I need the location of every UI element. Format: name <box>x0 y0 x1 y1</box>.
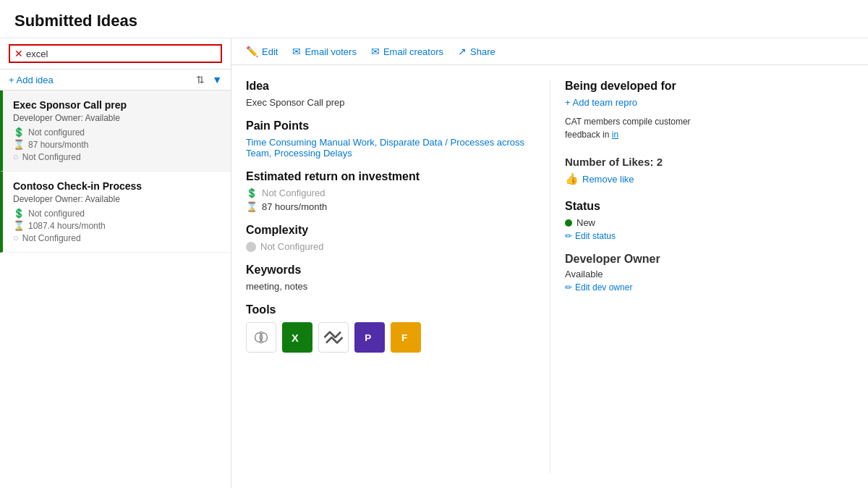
idea-value: Exec Sponsor Call prep <box>246 97 528 108</box>
meta-hours-text: 1087.4 hours/month <box>28 221 106 231</box>
idea-label: Idea <box>246 80 528 93</box>
dev-owner-value: Available <box>565 269 854 279</box>
dev-owner-section: Developer Owner Available ✏ Edit dev own… <box>565 253 854 293</box>
being-developed-section: Being developed for + Add team repro CAT… <box>565 80 854 141</box>
status-row: New <box>565 217 854 228</box>
edit-dev-pencil-icon: ✏ <box>565 282 572 293</box>
filter-icon[interactable]: ▼ <box>212 74 222 85</box>
meta-status-text: Not Configured <box>22 233 81 243</box>
keywords-value: meeting, notes <box>246 281 528 292</box>
search-input[interactable] <box>26 49 148 59</box>
tool-automate-icon <box>318 322 349 353</box>
thumbs-up-icon: 👍 <box>565 172 579 185</box>
complexity-label: Complexity <box>246 224 528 237</box>
search-clear-icon[interactable]: ✕ <box>14 48 23 59</box>
svg-text:X: X <box>292 332 299 344</box>
meta-status-text: Not Configured <box>22 152 81 162</box>
idea-item[interactable]: Contoso Check-in Process Developer Owner… <box>0 172 231 253</box>
detail-right-column: Being developed for + Add team repro CAT… <box>550 80 854 474</box>
edit-dev-owner-button[interactable]: ✏ Edit dev owner <box>565 282 854 293</box>
tools-icons-row: X <box>246 322 528 353</box>
meta-row-hours: ⌛ 1087.4 hours/month <box>13 220 221 231</box>
cat-note: CAT members compile customer feedback in… <box>565 115 724 141</box>
meta-row-hours: ⌛ 87 hours/month <box>13 139 221 150</box>
detail-left-column: Idea Exec Sponsor Call prep Pain Points … <box>246 80 550 474</box>
roi-hours-icon: ⌛ <box>246 201 258 212</box>
cat-in-link[interactable]: in <box>612 130 618 140</box>
tool-yellow-icon: F <box>391 322 421 353</box>
edit-button[interactable]: ✏️ Edit <box>246 46 278 57</box>
share-button[interactable]: ↗ Share <box>458 46 495 57</box>
search-bar: ✕ <box>0 38 231 70</box>
idea-item[interactable]: Exec Sponsor Call prep Developer Owner: … <box>0 91 231 172</box>
being-dev-label: Being developed for <box>565 80 854 93</box>
idea-item-title: Contoso Check-in Process <box>13 180 221 192</box>
keywords-label: Keywords <box>246 264 528 277</box>
cost-icon: 💲 <box>13 208 25 219</box>
meta-hours-text: 87 hours/month <box>28 140 88 150</box>
page-title: Submitted Ideas <box>14 12 854 30</box>
meta-row-cost: 💲 Not configured <box>13 208 221 219</box>
search-input-wrapper[interactable]: ✕ <box>9 44 222 63</box>
tools-label: Tools <box>246 303 528 316</box>
edit-status-pencil-icon: ✏ <box>565 231 572 241</box>
idea-item-meta: 💲 Not configured ⌛ 87 hours/month ○ Not … <box>13 127 221 162</box>
complexity-row: Not Configured <box>246 241 528 252</box>
add-idea-label: + Add idea <box>9 75 54 85</box>
cat-note-text: CAT members compile customer feedback in <box>565 117 691 140</box>
likes-count: Number of Likes: 2 <box>565 156 854 168</box>
idea-item-owner: Developer Owner: Available <box>13 113 221 123</box>
detail-toolbar: ✏️ Edit ✉ Email voters ✉ Email creators … <box>231 38 868 65</box>
pain-points-section: Pain Points Time Consuming Manual Work, … <box>246 119 528 159</box>
meta-cost-text: Not configured <box>28 209 85 219</box>
roi-hours-row: ⌛ 87 hours/month <box>246 201 528 212</box>
roi-money-icon: 💲 <box>246 188 258 198</box>
roi-not-configured-row: 💲 Not Configured <box>246 188 528 198</box>
pain-points-value[interactable]: Time Consuming Manual Work, Disparate Da… <box>246 137 524 159</box>
idea-item-title: Exec Sponsor Call prep <box>13 99 221 111</box>
page-header: Submitted Ideas <box>0 0 868 38</box>
remove-like-label: Remove like <box>582 174 634 185</box>
email-voters-button[interactable]: ✉ Email voters <box>292 46 357 57</box>
roi-section: Estimated return on investment 💲 Not Con… <box>246 170 528 212</box>
add-idea-button[interactable]: + Add idea <box>9 75 54 85</box>
share-label: Share <box>470 46 495 57</box>
status-dot-icon <box>565 219 572 227</box>
email-creators-label: Email creators <box>383 46 443 57</box>
add-team-label: + Add team repro <box>565 97 637 108</box>
status-section: Status New ✏ Edit status <box>565 200 854 241</box>
complexity-circle-icon <box>246 242 256 252</box>
ideas-list: Exec Sponsor Call prep Developer Owner: … <box>0 91 231 488</box>
svg-text:P: P <box>365 332 371 343</box>
status-circle-icon: ○ <box>13 151 19 162</box>
dev-owner-label: Developer Owner <box>565 253 854 266</box>
complexity-section: Complexity Not Configured <box>246 224 528 252</box>
idea-item-meta: 💲 Not configured ⌛ 1087.4 hours/month ○ … <box>13 208 221 243</box>
cost-icon: 💲 <box>13 127 25 138</box>
idea-section: Idea Exec Sponsor Call prep <box>246 80 528 108</box>
edit-label: Edit <box>262 46 278 57</box>
status-value: New <box>576 217 595 228</box>
email-creators-button[interactable]: ✉ Email creators <box>371 46 443 57</box>
tools-section: Tools <box>246 303 528 353</box>
complexity-value: Not Configured <box>260 241 323 252</box>
sort-icon[interactable]: ⇅ <box>196 74 205 85</box>
meta-row-status: ○ Not Configured <box>13 232 221 243</box>
tool-excel-icon: X <box>282 322 312 353</box>
meta-row-status: ○ Not Configured <box>13 151 221 162</box>
edit-status-label: Edit status <box>575 231 616 241</box>
remove-like-button[interactable]: 👍 Remove like <box>565 172 854 185</box>
roi-label: Estimated return on investment <box>246 170 528 183</box>
list-actions-right: ⇅ ▼ <box>196 74 222 85</box>
likes-section: Number of Likes: 2 👍 Remove like <box>565 156 854 185</box>
share-icon: ↗ <box>458 46 467 57</box>
add-team-button[interactable]: + Add team repro <box>565 97 854 108</box>
left-panel: ✕ + Add idea ⇅ ▼ Exec Sponsor Call prep <box>0 38 231 488</box>
roi-not-configured: Not Configured <box>262 188 325 198</box>
idea-item-owner: Developer Owner: Available <box>13 194 221 204</box>
svg-text:F: F <box>401 332 407 343</box>
hours-icon: ⌛ <box>13 220 25 231</box>
edit-status-button[interactable]: ✏ Edit status <box>565 231 854 241</box>
content-area: ✕ + Add idea ⇅ ▼ Exec Sponsor Call prep <box>0 38 868 488</box>
edit-dev-label: Edit dev owner <box>575 282 632 293</box>
